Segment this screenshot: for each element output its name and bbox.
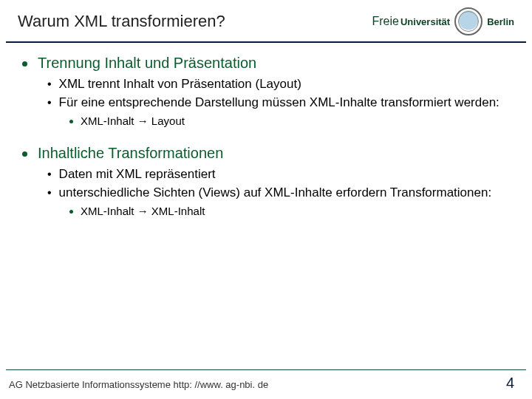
sub-list: • Daten mit XML repräsentiert • untersch… [22, 166, 510, 202]
section-heading-text: Inhaltliche Transformationen [38, 145, 223, 162]
uni-name-left: Freie Universität [372, 15, 451, 28]
bullet-icon [69, 120, 73, 123]
footer-row: AG Netzbasierte Informationssysteme http… [6, 375, 526, 392]
university-logo: Freie Universität Berlin [372, 7, 515, 35]
section-heading-text: Trennung Inhalt und Präsentation [38, 55, 256, 72]
bullet-icon [22, 61, 27, 66]
subsub-list: XML-Inhalt → Layout [22, 115, 510, 127]
bullet-icon: • [47, 78, 52, 90]
footer-org: AG Netzbasierte Informationssysteme [9, 379, 171, 390]
bullet-icon [22, 151, 27, 157]
uni-berlin: Berlin [487, 16, 514, 27]
header: Warum XML transformieren? Freie Universi… [0, 0, 532, 41]
sub-list: • XML trennt Inhalt von Präsentation (La… [22, 76, 510, 112]
list-item: • unterschiedliche Sichten (Views) auf X… [47, 185, 510, 202]
uni-universitat: Universität [400, 16, 450, 27]
list-item-text: XML-Inhalt → XML-Inhalt [81, 205, 205, 217]
bullet-icon: • [47, 168, 52, 180]
list-item: XML-Inhalt → Layout [69, 115, 510, 127]
list-item: XML-Inhalt → XML-Inhalt [69, 205, 510, 217]
footer-divider [6, 369, 526, 370]
slide-title: Warum XML transformieren? [18, 12, 225, 31]
uni-freie: Freie [372, 15, 399, 28]
bullet-icon: • [47, 187, 52, 199]
list-item-text: XML trennt Inhalt von Präsentation (Layo… [59, 76, 301, 93]
slide-content: Trennung Inhalt und Präsentation • XML t… [0, 55, 532, 217]
header-divider [6, 41, 526, 43]
page-number: 4 [506, 375, 514, 392]
list-item-text: unterschiedliche Sichten (Views) auf XML… [59, 185, 492, 202]
section-1: Trennung Inhalt und Präsentation • XML t… [22, 55, 510, 127]
university-seal-icon [454, 7, 482, 35]
footer-url: http: //www. ag-nbi. de [174, 379, 269, 390]
list-item-text: XML-Inhalt → Layout [81, 115, 185, 127]
subsub-list: XML-Inhalt → XML-Inhalt [22, 205, 510, 217]
list-item-text: Für eine entsprechende Darstellung müsse… [59, 95, 499, 112]
bullet-icon: • [47, 97, 52, 109]
list-item-text: Daten mit XML repräsentiert [59, 166, 216, 183]
list-item: • Für eine entsprechende Darstellung müs… [47, 95, 510, 112]
list-item: • XML trennt Inhalt von Präsentation (La… [47, 76, 510, 93]
list-item: • Daten mit XML repräsentiert [47, 166, 510, 183]
section-heading: Inhaltliche Transformationen [22, 145, 510, 162]
section-heading: Trennung Inhalt und Präsentation [22, 55, 510, 72]
footer-text: AG Netzbasierte Informationssysteme http… [9, 379, 268, 390]
section-2: Inhaltliche Transformationen • Daten mit… [22, 145, 510, 217]
bullet-icon [69, 210, 73, 214]
footer: AG Netzbasierte Informationssysteme http… [6, 369, 526, 392]
